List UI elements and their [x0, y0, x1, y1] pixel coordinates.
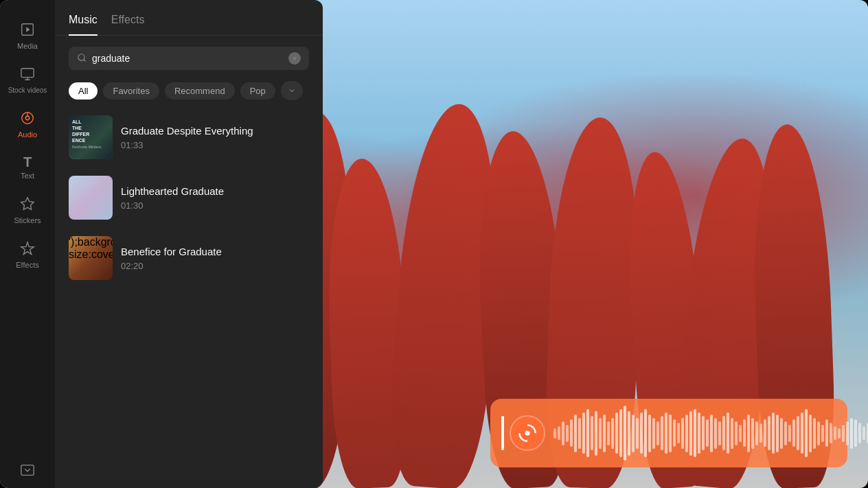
wave-bar: [821, 425, 824, 442]
sidebar-item-media[interactable]: Media: [0, 14, 55, 58]
sidebar-item-text[interactable]: T Text: [0, 147, 55, 188]
svg-point-6: [25, 116, 30, 120]
wave-bar: [788, 425, 791, 442]
wave-bar: [681, 418, 684, 449]
music-item-2[interactable]: Lighthearted Graduate 01:30: [63, 169, 315, 226]
sidebar-effects-label: Effects: [16, 261, 38, 269]
sidebar-stock-label: Stock videos: [8, 86, 47, 94]
wave-bar: [727, 413, 729, 454]
music-item-1[interactable]: ALLTHEDIFFERENCE Reinholds Melderis Grad…: [63, 108, 315, 166]
effects-icon: [20, 241, 35, 258]
wave-bar: [747, 415, 750, 452]
filter-favorites[interactable]: Favorites: [103, 82, 159, 100]
music-duration-1: 01:33: [121, 140, 309, 150]
filter-recommend[interactable]: Recommend: [165, 82, 235, 100]
wave-bar: [792, 419, 795, 447]
tab-music[interactable]: Music: [69, 14, 98, 36]
wave-bar: [735, 421, 738, 445]
sidebar-media-label: Media: [17, 42, 38, 50]
wave-bar: [566, 425, 569, 442]
music-item-3[interactable]: ');background-size:cover;"> Benefice for…: [63, 229, 315, 287]
wave-bar: [830, 423, 832, 443]
wave-bar: [607, 421, 610, 445]
wave-bar: [586, 409, 589, 457]
wave-bar: [813, 418, 816, 449]
audio-waveform-bar[interactable]: [490, 399, 847, 467]
wave-bar: [842, 425, 845, 442]
wave-bar: [714, 418, 717, 449]
wave-bar: [776, 415, 779, 452]
svg-marker-1: [26, 27, 30, 32]
sidebar-item-more[interactable]: [0, 454, 55, 488]
filter-pop[interactable]: Pop: [240, 82, 275, 100]
sidebar-stickers-label: Stickers: [14, 216, 41, 224]
wave-bar: [661, 416, 663, 450]
stock-videos-icon: [20, 67, 35, 84]
wave-bar: [673, 419, 676, 447]
wave-bar: [706, 419, 709, 447]
text-icon: T: [23, 155, 32, 169]
wave-bar: [743, 419, 746, 447]
wave-bar: [797, 416, 799, 450]
wave-bar: [838, 428, 841, 439]
wave-bar: [702, 416, 705, 450]
music-list: ALLTHEDIFFERENCE Reinholds Melderis Grad…: [55, 108, 323, 488]
wave-bar: [628, 411, 630, 456]
wave-bar: [599, 418, 602, 449]
sidebar-item-audio[interactable]: Audio: [0, 102, 55, 147]
music-info-3: Benefice for Graduate 02:20: [121, 245, 309, 272]
wave-bar: [611, 418, 614, 449]
search-icon: [77, 53, 87, 65]
wave-bar: [825, 419, 828, 447]
music-duration-3: 02:20: [121, 261, 309, 271]
wave-bar: [751, 418, 754, 449]
wave-bar: [809, 415, 812, 452]
tab-effects[interactable]: Effects: [111, 14, 145, 36]
sidebar-item-stickers[interactable]: Stickers: [0, 188, 55, 233]
wave-bar: [640, 413, 643, 454]
wave-bar: [834, 426, 836, 440]
svg-rect-2: [21, 69, 34, 78]
wave-bar: [619, 409, 622, 457]
wave-bar: [632, 415, 635, 452]
sidebar: Media Stock videos Audio T Text: [0, 0, 55, 488]
filter-more-button[interactable]: [281, 81, 303, 100]
playhead-indicator: [501, 416, 504, 450]
wave-bar: [694, 409, 696, 457]
wave-bar: [665, 413, 667, 454]
wave-bar: [854, 419, 857, 447]
music-thumb-1: ALLTHEDIFFERENCE Reinholds Melderis: [69, 115, 113, 159]
wave-bar: [570, 419, 573, 447]
wave-bar: [722, 416, 725, 450]
stickers-icon: [20, 196, 35, 213]
svg-rect-9: [21, 465, 34, 476]
wave-bar: [582, 413, 585, 454]
wave-bar: [574, 415, 577, 452]
search-clear-button[interactable]: ×: [288, 52, 301, 65]
audio-logo-icon: [510, 415, 545, 451]
filter-all[interactable]: All: [69, 82, 98, 100]
sidebar-item-stock-videos[interactable]: Stock videos: [0, 58, 55, 102]
wave-bar: [817, 421, 820, 445]
sidebar-item-effects[interactable]: Effects: [0, 233, 55, 277]
wave-bar: [689, 411, 692, 456]
wave-bar: [850, 418, 853, 449]
wave-bar: [760, 423, 762, 443]
wave-bar: [652, 418, 655, 449]
wave-bar: [846, 421, 849, 445]
more-icon: [20, 463, 35, 480]
music-title-3: Benefice for Graduate: [121, 245, 309, 259]
wave-bar: [562, 421, 564, 445]
wave-bar: [595, 411, 597, 456]
wave-bar: [677, 423, 680, 443]
wave-bar: [780, 418, 783, 449]
search-box: ×: [69, 47, 309, 70]
wave-bar: [578, 418, 581, 449]
wave-bar: [772, 413, 775, 454]
svg-marker-8: [21, 198, 34, 209]
wave-bar: [615, 413, 618, 454]
search-input[interactable]: [92, 53, 283, 64]
music-duration-2: 01:30: [121, 200, 309, 211]
media-icon: [20, 22, 35, 39]
wave-bar: [669, 415, 672, 452]
